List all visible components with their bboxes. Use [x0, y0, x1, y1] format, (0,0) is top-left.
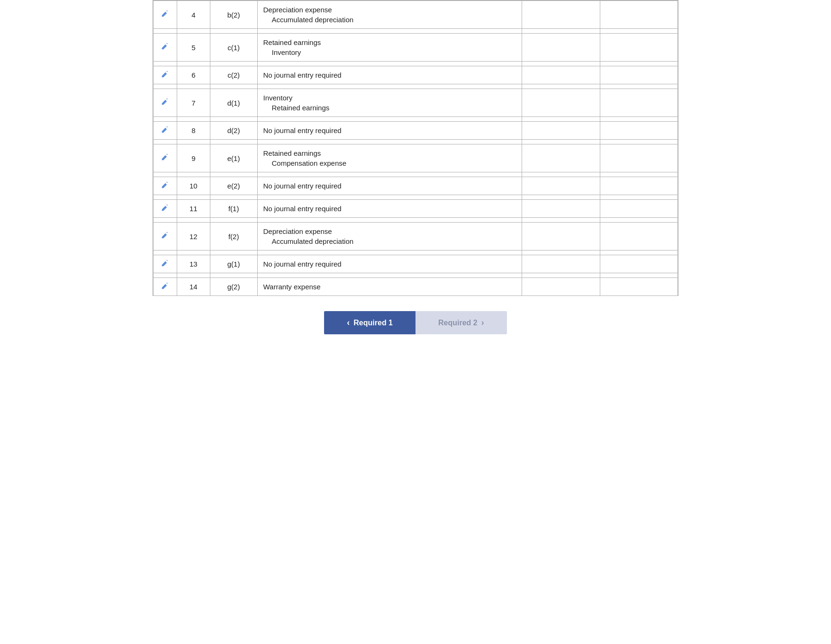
- spacer-cell: [210, 250, 257, 255]
- back-chevron: ‹: [347, 318, 350, 328]
- debit-cell: [522, 255, 600, 273]
- spacer-cell: [177, 250, 210, 255]
- spacer-row: [154, 140, 678, 144]
- account-name: Accumulated depreciation: [257, 15, 522, 29]
- spacer-cell: [177, 273, 210, 278]
- table-row: 8d(2)No journal entry required: [154, 122, 678, 140]
- spacer-cell: [177, 117, 210, 122]
- edit-icon-button[interactable]: [161, 70, 169, 80]
- spacer-cell: [257, 250, 522, 255]
- credit-cell: [600, 158, 677, 172]
- spacer-cell: [522, 250, 600, 255]
- debit-cell: [522, 47, 600, 62]
- table-row: 13g(1)No journal entry required: [154, 255, 678, 273]
- debit-cell: [522, 103, 600, 117]
- table-row: 7d(1)Inventory: [154, 89, 678, 103]
- edit-icon-button[interactable]: [161, 98, 169, 108]
- account-name: Retained earnings: [257, 103, 522, 117]
- debit-cell: [522, 177, 600, 195]
- credit-cell: [600, 103, 677, 117]
- spacer-cell: [177, 84, 210, 89]
- spacer-cell: [522, 117, 600, 122]
- credit-cell: [600, 177, 677, 195]
- edit-icon-button[interactable]: [161, 259, 169, 269]
- spacer-cell: [154, 84, 177, 89]
- account-name: No journal entry required: [257, 122, 522, 140]
- table-row: 12f(2)Depreciation expense: [154, 223, 678, 237]
- account-name: Depreciation expense: [257, 223, 522, 237]
- journal-table: 4b(2)Depreciation expenseAccumulated dep…: [153, 0, 678, 296]
- edit-icon-button[interactable]: [161, 9, 169, 20]
- required1-button[interactable]: ‹ Required 1: [324, 311, 416, 334]
- account-name: Retained earnings: [257, 34, 522, 48]
- spacer-cell: [177, 218, 210, 223]
- edit-icon-button[interactable]: [161, 153, 169, 163]
- account-name: No journal entry required: [257, 177, 522, 195]
- spacer-cell: [210, 273, 257, 278]
- table-row: 14g(2)Warranty expense: [154, 278, 678, 296]
- account-name: Inventory: [257, 89, 522, 103]
- edit-icon-button[interactable]: [161, 181, 169, 191]
- spacer-cell: [257, 195, 522, 200]
- row-number: 14: [177, 278, 210, 296]
- debit-cell: [522, 122, 600, 140]
- debit-cell: [522, 200, 600, 218]
- spacer-cell: [210, 117, 257, 122]
- spacer-cell: [600, 250, 677, 255]
- spacer-cell: [257, 117, 522, 122]
- spacer-cell: [177, 29, 210, 34]
- spacer-cell: [600, 273, 677, 278]
- row-ref: d(1): [210, 89, 257, 117]
- required2-label: Required 2: [438, 319, 478, 327]
- edit-icon-button[interactable]: [161, 282, 169, 292]
- row-ref: f(1): [210, 200, 257, 218]
- credit-cell: [600, 122, 677, 140]
- spacer-row: [154, 172, 678, 177]
- spacer-cell: [600, 140, 677, 144]
- spacer-row: [154, 273, 678, 278]
- spacer-cell: [177, 62, 210, 66]
- spacer-cell: [257, 62, 522, 66]
- debit-cell: [522, 158, 600, 172]
- spacer-cell: [210, 172, 257, 177]
- credit-cell: [600, 144, 677, 159]
- spacer-cell: [257, 84, 522, 89]
- spacer-cell: [154, 218, 177, 223]
- row-ref: d(2): [210, 122, 257, 140]
- table-container: 4b(2)Depreciation expenseAccumulated dep…: [153, 0, 678, 296]
- account-name: No journal entry required: [257, 200, 522, 218]
- spacer-cell: [522, 84, 600, 89]
- table-row: 10e(2)No journal entry required: [154, 177, 678, 195]
- spacer-cell: [600, 62, 677, 66]
- row-number: 4: [177, 1, 210, 29]
- edit-icon-button[interactable]: [161, 125, 169, 135]
- required1-label: Required 1: [353, 319, 393, 327]
- debit-cell: [522, 144, 600, 159]
- row-ref: e(1): [210, 144, 257, 172]
- debit-cell: [522, 15, 600, 29]
- row-ref: f(2): [210, 223, 257, 250]
- row-number: 8: [177, 122, 210, 140]
- spacer-cell: [154, 172, 177, 177]
- spacer-cell: [257, 273, 522, 278]
- spacer-cell: [210, 29, 257, 34]
- spacer-cell: [257, 29, 522, 34]
- table-row: 4b(2)Depreciation expense: [154, 1, 678, 15]
- credit-cell: [600, 278, 677, 296]
- account-name: Accumulated depreciation: [257, 236, 522, 250]
- spacer-cell: [210, 140, 257, 144]
- edit-icon-button[interactable]: [161, 42, 169, 53]
- credit-cell: [600, 255, 677, 273]
- spacer-cell: [154, 250, 177, 255]
- edit-icon-button[interactable]: [161, 204, 169, 214]
- spacer-cell: [522, 140, 600, 144]
- debit-cell: [522, 89, 600, 103]
- row-number: 7: [177, 89, 210, 117]
- debit-cell: [522, 236, 600, 250]
- required2-button[interactable]: Required 2 ›: [416, 311, 507, 334]
- spacer-cell: [154, 195, 177, 200]
- spacer-row: [154, 62, 678, 66]
- spacer-row: [154, 84, 678, 89]
- navigation-buttons: ‹ Required 1 Required 2 ›: [324, 311, 506, 334]
- edit-icon-button[interactable]: [161, 231, 169, 242]
